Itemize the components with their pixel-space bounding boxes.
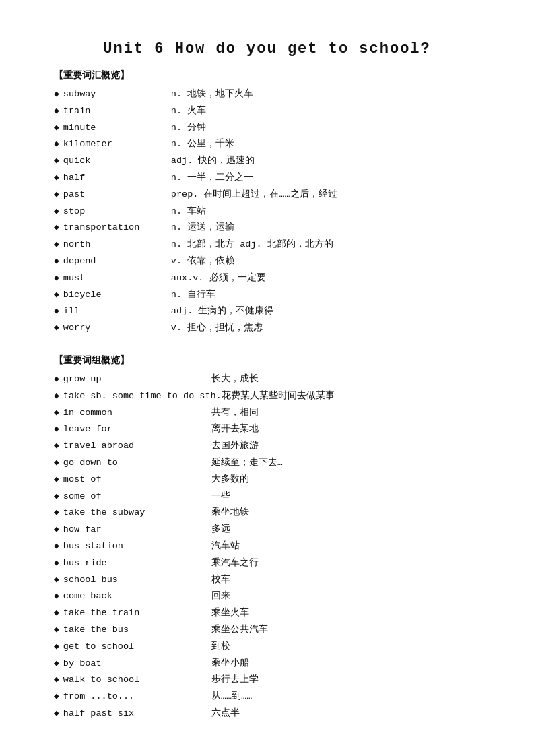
phrase-word: some of bbox=[63, 489, 211, 504]
phrase-definition: 六点半 bbox=[211, 706, 480, 721]
phrase-section: 【重要词组概览】 ◆ grow up 长大，成长 ◆ take sb. some… bbox=[54, 354, 480, 721]
vocab-word: worry bbox=[63, 321, 171, 336]
vocab-item: ◆ north n. 北部，北方 adj. 北部的，北方的 bbox=[54, 237, 480, 252]
phrase-definition: 乘坐小船 bbox=[211, 656, 480, 671]
vocab-definition: n. 公里，千米 bbox=[171, 137, 480, 152]
phrase-word: take sb. some time to do sth. bbox=[63, 389, 222, 404]
bullet-icon: ◆ bbox=[54, 88, 59, 102]
phrase-item: ◆ grow up 长大，成长 bbox=[54, 372, 480, 387]
phrase-word: in common bbox=[63, 406, 211, 420]
phrase-word: bus station bbox=[63, 539, 211, 554]
vocab-item: ◆ stop n. 车站 bbox=[54, 204, 480, 219]
vocab-definition: aux.v. 必须，一定要 bbox=[171, 271, 480, 286]
phrase-word: walk to school bbox=[63, 672, 211, 687]
phrase-item: ◆ half past six 六点半 bbox=[54, 706, 480, 721]
bullet-icon: ◆ bbox=[54, 104, 59, 119]
bullet-icon: ◆ bbox=[54, 606, 59, 621]
bullet-icon: ◆ bbox=[54, 557, 59, 571]
vocab-definition: adj. 生病的，不健康得 bbox=[171, 304, 480, 319]
bullet-icon: ◆ bbox=[54, 373, 59, 387]
vocab-item: ◆ transportation n. 运送，运输 bbox=[54, 220, 480, 235]
vocab-item: ◆ ill adj. 生病的，不健康得 bbox=[54, 304, 480, 319]
vocab-word: quick bbox=[63, 154, 171, 168]
bullet-icon: ◆ bbox=[54, 540, 59, 554]
vocab-section-header: 【重要词汇概览】 bbox=[54, 69, 480, 82]
phrase-word: take the bus bbox=[63, 623, 211, 637]
phrase-word: go down to bbox=[63, 455, 211, 470]
phrase-definition: 校车 bbox=[211, 573, 480, 588]
phrase-word: school bus bbox=[63, 573, 211, 588]
phrase-item: ◆ bus ride 乘汽车之行 bbox=[54, 556, 480, 571]
phrase-definition: 花费某人某些时间去做某事 bbox=[222, 389, 480, 404]
bullet-icon: ◆ bbox=[54, 523, 59, 537]
bullet-icon: ◆ bbox=[54, 673, 59, 687]
vocab-definition: n. 北部，北方 adj. 北部的，北方的 bbox=[171, 237, 480, 252]
vocab-item: ◆ quick adj. 快的，迅速的 bbox=[54, 154, 480, 168]
phrase-item: ◆ take sb. some time to do sth. 花费某人某些时间… bbox=[54, 389, 480, 404]
phrase-word: leave for bbox=[63, 422, 211, 437]
bullet-icon: ◆ bbox=[54, 288, 59, 303]
bullet-icon: ◆ bbox=[54, 439, 59, 453]
bullet-icon: ◆ bbox=[54, 456, 59, 470]
phrase-definition: 多远 bbox=[211, 522, 480, 537]
vocab-definition: n. 分钟 bbox=[171, 121, 480, 135]
phrase-definition: 乘坐地铁 bbox=[211, 505, 480, 520]
bullet-icon: ◆ bbox=[54, 490, 59, 504]
bullet-icon: ◆ bbox=[54, 623, 59, 637]
vocab-item: ◆ depend v. 依靠，依赖 bbox=[54, 254, 480, 269]
phrase-list: ◆ grow up 长大，成长 ◆ take sb. some time to … bbox=[54, 372, 480, 721]
bullet-icon: ◆ bbox=[54, 221, 59, 235]
vocab-definition: v. 担心，担忧，焦虑 bbox=[171, 321, 480, 336]
phrase-word: by boat bbox=[63, 656, 211, 671]
phrase-word: half past six bbox=[63, 706, 211, 721]
bullet-icon: ◆ bbox=[54, 305, 59, 319]
bullet-icon: ◆ bbox=[54, 573, 59, 588]
page-title: Unit 6 How do you get to school? bbox=[54, 40, 480, 57]
phrase-word: take the subway bbox=[63, 505, 211, 520]
phrase-item: ◆ take the bus 乘坐公共汽车 bbox=[54, 623, 480, 637]
bullet-icon: ◆ bbox=[54, 422, 59, 437]
phrase-item: ◆ by boat 乘坐小船 bbox=[54, 656, 480, 671]
bullet-icon: ◆ bbox=[54, 205, 59, 219]
phrase-word: travel abroad bbox=[63, 439, 211, 453]
vocab-word: depend bbox=[63, 254, 171, 269]
bullet-icon: ◆ bbox=[54, 188, 59, 202]
phrase-item: ◆ school bus 校车 bbox=[54, 573, 480, 588]
vocab-item: ◆ worry v. 担心，担忧，焦虑 bbox=[54, 321, 480, 336]
vocab-item: ◆ half n. 一半，二分之一 bbox=[54, 170, 480, 185]
phrase-definition: 共有，相同 bbox=[211, 406, 480, 420]
phrase-definition: 回来 bbox=[211, 589, 480, 604]
bullet-icon: ◆ bbox=[54, 506, 59, 520]
vocab-word: north bbox=[63, 237, 171, 252]
vocab-word: must bbox=[63, 271, 171, 286]
vocab-item: ◆ must aux.v. 必须，一定要 bbox=[54, 271, 480, 286]
vocab-definition: adj. 快的，迅速的 bbox=[171, 154, 480, 168]
vocab-word: bicycle bbox=[63, 288, 171, 303]
vocab-item: ◆ kilometer n. 公里，千米 bbox=[54, 137, 480, 152]
vocab-item: ◆ past prep. 在时间上超过，在……之后，经过 bbox=[54, 187, 480, 202]
bullet-icon: ◆ bbox=[54, 321, 59, 336]
vocab-word: minute bbox=[63, 121, 171, 135]
phrase-word: most of bbox=[63, 472, 211, 487]
phrase-definition: 延续至；走下去… bbox=[211, 455, 480, 470]
phrase-definition: 到校 bbox=[211, 639, 480, 654]
phrase-item: ◆ walk to school 步行去上学 bbox=[54, 672, 480, 687]
phrase-definition: 步行去上学 bbox=[211, 672, 480, 687]
phrase-item: ◆ leave for 离开去某地 bbox=[54, 422, 480, 437]
phrase-item: ◆ take the train 乘坐火车 bbox=[54, 606, 480, 621]
vocab-definition: n. 地铁，地下火车 bbox=[171, 87, 480, 102]
phrase-word: bus ride bbox=[63, 556, 211, 571]
phrase-definition: 一些 bbox=[211, 489, 480, 504]
vocab-list: ◆ subway n. 地铁，地下火车 ◆ train n. 火车 ◆ minu… bbox=[54, 87, 480, 336]
vocab-word: half bbox=[63, 170, 171, 185]
bullet-icon: ◆ bbox=[54, 272, 59, 286]
phrase-item: ◆ some of 一些 bbox=[54, 489, 480, 504]
bullet-icon: ◆ bbox=[54, 690, 59, 704]
phrase-definition: 离开去某地 bbox=[211, 422, 480, 437]
phrase-word: get to school bbox=[63, 639, 211, 654]
phrase-item: ◆ take the subway 乘坐地铁 bbox=[54, 505, 480, 520]
phrase-word: grow up bbox=[63, 372, 211, 387]
phrase-item: ◆ in common 共有，相同 bbox=[54, 406, 480, 420]
phrase-definition: 去国外旅游 bbox=[211, 439, 480, 453]
bullet-icon: ◆ bbox=[54, 238, 59, 252]
